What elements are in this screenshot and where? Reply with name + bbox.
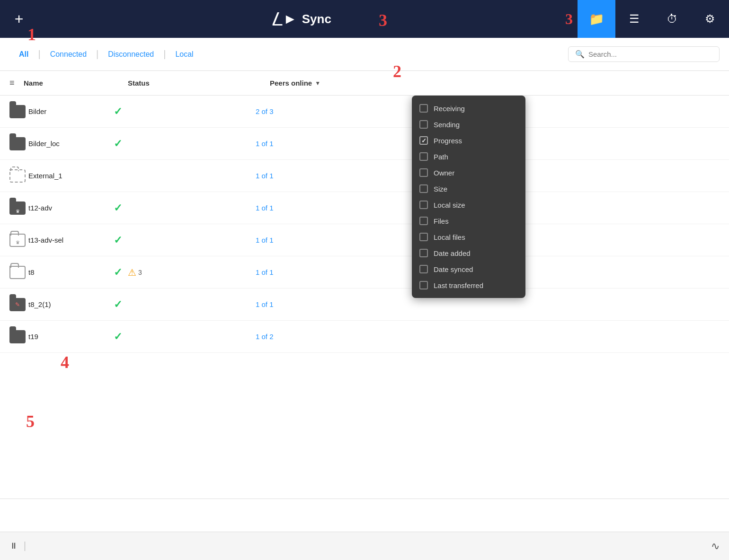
row-status: ✓ ⚠ 3 xyxy=(114,266,256,279)
row-status: ✓ xyxy=(114,202,256,214)
check-icon: ✓ xyxy=(114,105,122,118)
dropdown-label-local-size: Local size xyxy=(434,201,465,209)
script-icon: ✎ xyxy=(15,301,20,308)
row-peers: 1 of 1 xyxy=(256,268,350,276)
checkbox-files[interactable] xyxy=(419,217,428,225)
checkbox-sending[interactable] xyxy=(419,120,428,129)
dropdown-item-receiving[interactable]: Receiving xyxy=(412,100,525,116)
filter-lines-icon: ≡ xyxy=(9,78,15,88)
dropdown-item-path[interactable]: Path xyxy=(412,149,525,165)
spacer xyxy=(0,451,729,499)
nav-list-button[interactable]: ☰ xyxy=(615,0,653,38)
dropdown-label-receiving: Receiving xyxy=(434,105,465,113)
footer-bottom: ⏸ ∿ xyxy=(0,532,729,560)
table-row[interactable]: Bilder ✓ 2 of 3 xyxy=(0,96,729,128)
row-peers: 2 of 3 xyxy=(256,107,350,115)
activity-icon: ∿ xyxy=(711,540,720,552)
table-row[interactable]: Bilder_loc ✓ 1 of 1 xyxy=(0,128,729,160)
search-icon: 🔍 xyxy=(575,50,585,59)
gear-nav-icon: ⚙ xyxy=(705,12,715,26)
row-folder-icon xyxy=(9,105,28,118)
table-row[interactable]: ♛ t13-adv-sel ✓ 1 of 1 xyxy=(0,224,729,256)
table-row[interactable]: External_1 1 of 1 xyxy=(0,160,729,192)
pause-icon: ⏸ xyxy=(9,541,18,551)
warning-icon: ⚠ 3 xyxy=(128,267,142,278)
checkmark-icon: ✓ xyxy=(421,137,427,144)
row-status: ✓ xyxy=(114,138,256,150)
row-peers: 1 of 1 xyxy=(256,204,350,212)
logo-text: Sync xyxy=(302,12,331,26)
search-input[interactable] xyxy=(588,50,712,58)
checkbox-size[interactable] xyxy=(419,184,428,193)
dropdown-item-date-synced[interactable]: Date synced xyxy=(412,261,525,277)
dropdown-item-progress[interactable]: ✓ Progress xyxy=(412,132,525,149)
dropdown-label-progress: Progress xyxy=(434,137,462,145)
table-row[interactable]: ♛ t12-adv ✓ 1 of 1 xyxy=(0,192,729,224)
row-status: ✓ xyxy=(114,331,256,343)
checkbox-local-files[interactable] xyxy=(419,233,428,241)
row-name: t8_2(1) xyxy=(28,300,114,308)
pause-button[interactable]: ⏸ xyxy=(9,541,25,551)
row-name: External_1 xyxy=(28,172,114,180)
filter-icon[interactable]: ≡ xyxy=(9,78,24,88)
checkbox-owner[interactable] xyxy=(419,168,428,177)
list-nav-icon: ☰ xyxy=(629,12,640,26)
table-body: Bilder ✓ 2 of 3 Bilder_loc ✓ 1 of 1 Exte… xyxy=(0,96,729,451)
row-peers: 1 of 1 xyxy=(256,140,350,148)
nav-history-button[interactable]: ⏱ xyxy=(653,0,691,38)
row-peers: 1 of 1 xyxy=(256,236,350,244)
dropdown-item-last-transferred[interactable]: Last transferred xyxy=(412,277,525,293)
row-name: Bilder_loc xyxy=(28,140,114,148)
checkbox-local-size[interactable] xyxy=(419,201,428,209)
column-status-header: Status xyxy=(128,79,270,87)
tab-disconnected[interactable]: Disconnected xyxy=(98,47,163,61)
column-peers-header[interactable]: Peers online ▼ xyxy=(270,79,364,87)
plus-icon: + xyxy=(15,10,24,28)
table-row[interactable]: ✎ t8_2(1) ✓ 1 of 1 xyxy=(0,289,729,321)
dropdown-item-sending[interactable]: Sending xyxy=(412,116,525,132)
tab-local[interactable]: Local xyxy=(166,47,203,61)
warning-count: 3 xyxy=(138,269,142,276)
row-folder-icon xyxy=(9,330,28,343)
chevron-down-icon[interactable]: ▼ xyxy=(315,80,320,87)
dropdown-item-local-size[interactable]: Local size xyxy=(412,197,525,213)
dropdown-label-owner: Owner xyxy=(434,169,454,177)
table-header: ≡ Name Status Peers online ▼ xyxy=(0,71,729,96)
check-icon: ✓ xyxy=(114,234,122,246)
dropdown-label-files: Files xyxy=(434,217,449,225)
activity-button[interactable]: ∿ xyxy=(711,540,720,552)
dropdown-label-last-transferred: Last transferred xyxy=(434,281,483,289)
row-peers: 1 of 1 xyxy=(256,172,350,180)
tab-all[interactable]: All xyxy=(9,47,38,61)
row-status: ✓ xyxy=(114,234,256,246)
tab-connected[interactable]: Connected xyxy=(41,47,96,61)
dropdown-label-path: Path xyxy=(434,153,448,161)
dropdown-item-date-added[interactable]: Date added xyxy=(412,245,525,261)
checkbox-date-added[interactable] xyxy=(419,249,428,257)
add-button[interactable]: + xyxy=(0,0,38,38)
checkbox-progress[interactable]: ✓ xyxy=(419,136,428,145)
check-icon: ✓ xyxy=(114,331,122,343)
dropdown-label-local-files: Local files xyxy=(434,233,465,241)
check-icon: ✓ xyxy=(114,202,122,214)
row-peers: 1 of 1 xyxy=(256,300,350,308)
logo-area: ⎳► Sync xyxy=(38,11,565,27)
dropdown-item-size[interactable]: Size xyxy=(412,181,525,197)
filter-bar: All | Connected | Disconnected | Local 🔍 xyxy=(0,38,729,71)
nav-folders-button[interactable]: 📁 xyxy=(578,0,615,38)
dropdown-item-owner[interactable]: Owner xyxy=(412,165,525,181)
search-box[interactable]: 🔍 xyxy=(568,46,720,62)
checkbox-path[interactable] xyxy=(419,152,428,161)
nav-settings-button[interactable]: ⚙ xyxy=(691,0,729,38)
column-picker-dropdown: Receiving Sending ✓ Progress Path Owner … xyxy=(412,96,525,298)
clock-nav-icon: ⏱ xyxy=(667,12,678,26)
table-row[interactable]: t19 ✓ 1 of 2 xyxy=(0,321,729,353)
dropdown-item-files[interactable]: Files xyxy=(412,213,525,229)
checkbox-last-transferred[interactable] xyxy=(419,281,428,289)
checkbox-date-synced[interactable] xyxy=(419,265,428,273)
checkbox-receiving[interactable] xyxy=(419,104,428,113)
folder-nav-icon: 📁 xyxy=(589,12,604,26)
dropdown-item-local-files[interactable]: Local files xyxy=(412,229,525,245)
table-row[interactable]: t8 ✓ ⚠ 3 1 of 1 xyxy=(0,256,729,289)
dropdown-label-date-synced: Date synced xyxy=(434,265,473,273)
